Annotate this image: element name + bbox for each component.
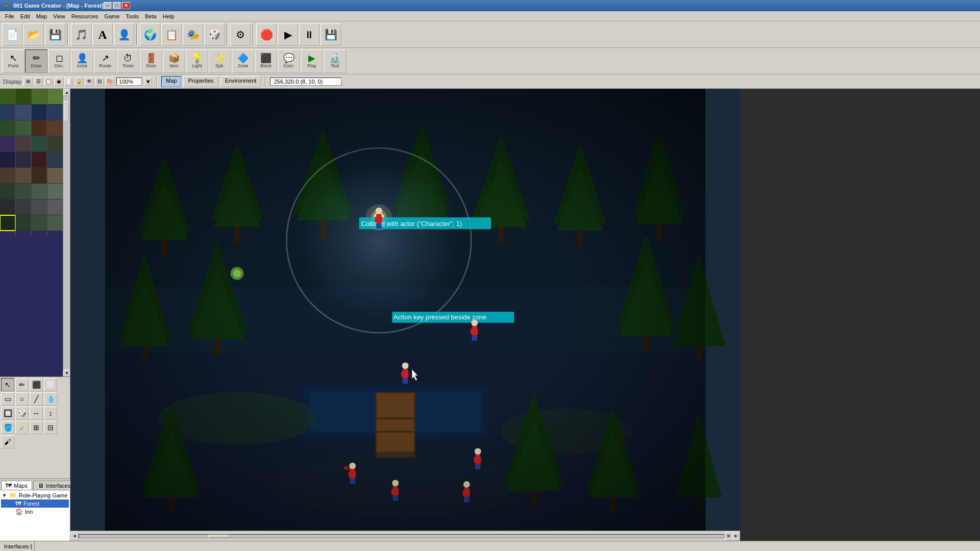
rect-tool[interactable]: ▭ — [1, 392, 14, 406]
run-button[interactable]: ▶ — [278, 23, 298, 46]
tile-palette[interactable]: ▲ ▼ — [0, 89, 70, 377]
export-button[interactable]: 💾 — [321, 23, 341, 46]
hscroll-right-btn[interactable]: ► — [732, 532, 740, 541]
menu-view[interactable]: View — [50, 12, 68, 20]
block-tool[interactable]: ⬛Block — [255, 49, 277, 73]
flip-h-tool[interactable]: ↔ — [30, 407, 43, 420]
menu-help[interactable]: Help — [160, 12, 178, 20]
items-button[interactable]: 🎲 — [204, 23, 225, 46]
stop-button[interactable]: 🛑 — [256, 23, 277, 46]
menu-game[interactable]: Game — [101, 12, 122, 20]
zoom-input[interactable] — [116, 78, 142, 86]
hscroll-track[interactable] — [79, 534, 725, 538]
addr-sep-2 — [265, 77, 266, 87]
tree-role-playing-game[interactable]: ▼ 📁 Role-Playing Game — [1, 491, 69, 499]
flip-v-tool[interactable]: ↕ — [44, 407, 57, 420]
svg-rect-35 — [47, 215, 63, 231]
audio-button[interactable]: 🎵 — [71, 23, 91, 46]
svg-rect-117 — [401, 371, 404, 377]
hscroll-thumb[interactable] — [208, 535, 229, 538]
zoom-dropdown[interactable]: ▼ — [144, 77, 152, 86]
erase-tool[interactable]: ⬜ — [44, 378, 57, 391]
tree-inn[interactable]: 🏠 Inn — [1, 508, 69, 516]
actor-button[interactable]: 👤 — [114, 23, 134, 46]
grid-btn[interactable]: ⊟ — [95, 77, 104, 86]
close-button[interactable]: ✕ — [122, 2, 130, 9]
palette-scroll-thumb[interactable] — [64, 101, 69, 121]
map-canvas[interactable]: Collided with actor ("Character", 1) Act… — [70, 89, 740, 531]
svg-rect-138 — [393, 495, 395, 500]
props-view-btn[interactable]: 📋 — [44, 77, 53, 86]
route-tool[interactable]: ↗Route — [94, 49, 116, 73]
lock-btn[interactable]: 🔒 — [75, 77, 84, 86]
play-tool[interactable]: ▶Play — [301, 49, 323, 73]
svg-rect-106 — [379, 223, 381, 229]
hscroll-left-btn[interactable]: ◄ — [70, 532, 79, 541]
menu-beta[interactable]: Beta — [142, 12, 160, 20]
minimize-button[interactable]: ─ — [104, 2, 112, 9]
door-tool[interactable]: 🚪Door — [140, 49, 162, 73]
settings-button[interactable]: ⚙ — [230, 23, 251, 46]
tiles-button[interactable]: 🎭 — [183, 23, 203, 46]
extra-tool-2[interactable]: ⊟ — [44, 421, 57, 434]
toggle-btn[interactable]: ◉ — [54, 77, 63, 86]
maximize-button[interactable]: □ — [113, 2, 121, 9]
stamp-tool[interactable]: 🔲 — [1, 407, 14, 420]
eyedrop-tool[interactable]: 💧 — [44, 392, 57, 406]
environment-tab-btn[interactable]: Environment — [220, 76, 261, 87]
svg-rect-144 — [464, 497, 467, 502]
light-tool[interactable]: 💡Light — [186, 49, 208, 73]
tool-row-1: ↖ ✏ ⬛ ⬜ — [1, 378, 69, 391]
save-button[interactable]: 💾 — [45, 23, 65, 46]
tree-forest[interactable]: 🗺 Forest — [1, 499, 69, 508]
svg-rect-34 — [32, 215, 47, 231]
extra-tool-1[interactable]: ⊞ — [30, 421, 43, 434]
svg-point-109 — [349, 463, 356, 469]
item-tool[interactable]: 📦Item — [163, 49, 185, 73]
zone-tool[interactable]: 🔷Zone — [232, 49, 254, 73]
color-btn[interactable]: 🎨 — [105, 77, 114, 86]
menu-file[interactable]: File — [2, 12, 17, 20]
pencil-tool[interactable]: ✏ — [15, 378, 29, 391]
layer-btn[interactable]: 📑 — [64, 77, 74, 86]
pause-button[interactable]: ⏸ — [299, 23, 320, 46]
hscroll-resize[interactable]: ⊞ — [725, 532, 732, 541]
fill-tool[interactable]: ⬛ — [30, 378, 43, 391]
menu-edit[interactable]: Edit — [17, 12, 33, 20]
maps-tab[interactable]: 🗺 Maps — [1, 481, 32, 490]
properties-tab-btn[interactable]: Properties — [183, 76, 218, 87]
palette-scroll-down[interactable]: ▼ — [63, 369, 70, 377]
grid-view-btn[interactable]: ⊞ — [23, 77, 33, 86]
new-button[interactable]: 📄 — [2, 23, 22, 46]
vis-btn[interactable]: 👁 — [85, 77, 94, 86]
timer-tool[interactable]: ⏱Timer — [117, 49, 139, 73]
circle-tool[interactable]: ○ — [15, 392, 29, 406]
com-tool[interactable]: 💬Com. — [278, 49, 300, 73]
spark-tool[interactable]: ✨Spk. — [209, 49, 231, 73]
line-tool[interactable]: ╱ — [30, 392, 43, 406]
bucket-tool[interactable]: 🪣 — [1, 421, 14, 434]
status-text: Interfaces { — [4, 543, 32, 549]
paint-tool[interactable]: 🖌 — [1, 435, 14, 448]
list-view-btn[interactable]: ☰ — [34, 77, 43, 86]
svg-rect-112 — [353, 472, 356, 477]
font-button[interactable]: A — [92, 23, 113, 46]
open-button[interactable]: 📂 — [23, 23, 44, 46]
interfaces-tab-icon: 🖥 — [38, 482, 44, 489]
menu-map[interactable]: Map — [33, 12, 50, 20]
interfaces-tab[interactable]: 🖥 Interfaces — [33, 481, 75, 490]
select-tool[interactable]: ↖ — [1, 378, 14, 391]
map-tab-btn[interactable]: Map — [161, 76, 181, 87]
events-button[interactable]: 📋 — [161, 23, 182, 46]
point-tool[interactable]: ↖Point — [2, 49, 24, 73]
menu-resources[interactable]: Resources — [68, 12, 102, 20]
random-tool[interactable]: 🎲 — [15, 407, 29, 420]
wand-tool[interactable]: 🪄 — [15, 421, 29, 434]
dim-tool[interactable]: ◻Dim. — [48, 49, 70, 73]
palette-scroll-up[interactable]: ▲ — [63, 89, 70, 96]
test-tool[interactable]: 🔬Test — [324, 49, 346, 73]
draw-tool[interactable]: ✏Draw — [25, 49, 47, 73]
map-button[interactable]: 🌍 — [140, 23, 160, 46]
actor-tool[interactable]: 👤Actor — [71, 49, 93, 73]
menu-tools[interactable]: Tools — [122, 12, 142, 20]
